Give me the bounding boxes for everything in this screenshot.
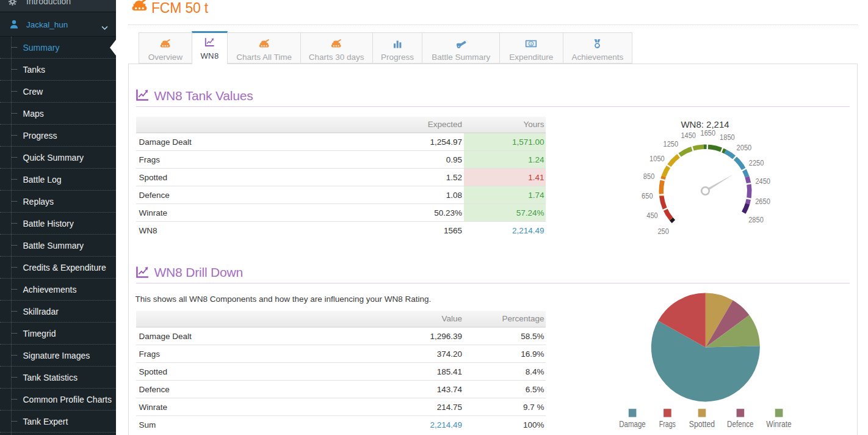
svg-text:250: 250 [657, 227, 669, 236]
svg-text:450: 450 [646, 211, 658, 220]
svg-text:1650: 1650 [701, 129, 716, 137]
svg-text:1850: 1850 [720, 133, 735, 142]
svg-text:Damage: Damage [619, 419, 646, 429]
svg-text:2850: 2850 [748, 216, 764, 224]
svg-text:2450: 2450 [755, 177, 770, 186]
svg-text:Defence: Defence [727, 419, 753, 429]
svg-text:Frags: Frags [659, 419, 676, 429]
svg-text:2050: 2050 [737, 144, 752, 152]
svg-text:850: 850 [643, 172, 655, 181]
svg-text:2650: 2650 [755, 197, 770, 206]
svg-text:1050: 1050 [649, 155, 665, 163]
svg-text:2250: 2250 [749, 159, 764, 167]
svg-text:1: 1 [530, 42, 533, 46]
svg-text:1250: 1250 [664, 140, 679, 148]
svg-text:Winrate: Winrate [766, 419, 791, 429]
svg-text:1450: 1450 [681, 131, 696, 140]
svg-text:Spotted: Spotted [689, 419, 715, 429]
svg-text:650: 650 [642, 192, 653, 200]
